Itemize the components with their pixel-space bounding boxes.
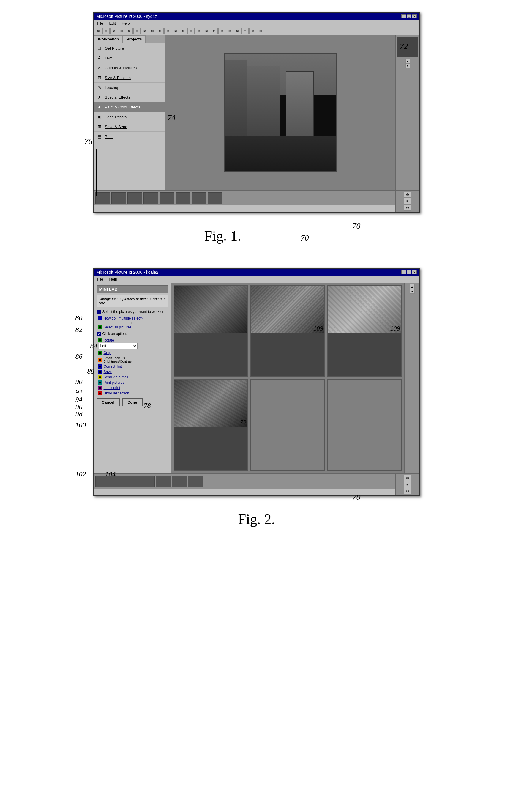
option-smart-task[interactable]: ◆ Smart Task FixBrightness/Contrast [96, 355, 169, 364]
toolbar-btn-19[interactable]: ⊠ [234, 28, 241, 34]
scroll-down-button[interactable]: ▼ [405, 63, 410, 68]
get-picture-icon: □ [96, 45, 102, 51]
sidebar-item-edge-effects[interactable]: ▣ Edge Effects [94, 112, 165, 122]
close-button[interactable]: ✕ [412, 14, 417, 19]
close-button-fig2[interactable]: ✕ [412, 270, 417, 274]
grid-area-fig2: 109 109 [172, 283, 404, 473]
option-crop[interactable]: ■ Crop [96, 350, 169, 355]
toolbar-btn-8[interactable]: ⊡ [149, 28, 156, 34]
scroll-up-button-fig2[interactable]: ▲ [410, 284, 415, 289]
vertical-scrollbar[interactable]: ▲ ▼ [405, 59, 410, 68]
option-multiple-select[interactable]: i How do I multiple select? [96, 316, 169, 321]
smart-task-label: Smart Task FixBrightness/Contrast [104, 356, 132, 363]
sidebar-item-paint-color[interactable]: ● Paint & Color Effects [94, 102, 165, 112]
toolbar-btn-21[interactable]: ⊞ [249, 28, 256, 34]
minimize-button[interactable]: _ [401, 14, 406, 19]
main-image-fig1 [224, 53, 337, 172]
scroll-down-button-fig2[interactable]: ▼ [410, 289, 415, 294]
tab-workbench[interactable]: Workbench [94, 35, 123, 43]
toolbar-btn-12[interactable]: ⊡ [180, 28, 187, 34]
toolbar-btn-9[interactable]: ⊞ [156, 28, 164, 34]
maximize-button-fig2[interactable]: □ [406, 270, 412, 274]
sidebar-item-print[interactable]: ▤ Print [94, 132, 165, 142]
filmstrip-thumb-3[interactable] [127, 192, 142, 204]
sidebar-item-size[interactable]: ⊡ Size & Position [94, 73, 165, 83]
option-send-email[interactable]: ■ Send via e-mail [96, 375, 169, 380]
toolbar-btn-18[interactable]: ⊟ [226, 28, 233, 34]
grid-thumb-4[interactable]: 72 [174, 379, 248, 471]
annotation-90: 90 [76, 378, 83, 386]
grid-thumb-3[interactable]: 109 [327, 285, 402, 377]
sidebar-item-save-send[interactable]: ⊞ Save & Send [94, 122, 165, 132]
option-rotate[interactable]: ■ Rotate [96, 338, 169, 343]
zoom-grid-button-fig2[interactable]: ⊞ [404, 481, 411, 488]
filmstrip-thumb-f2-3[interactable] [188, 475, 203, 488]
zoom-in-button-fig2[interactable]: ⊕ [404, 475, 411, 481]
menu-help-fig2[interactable]: Help [107, 277, 119, 282]
correct-tint-label: Correct Tint [104, 365, 122, 369]
toolbar-btn-13[interactable]: ⊞ [187, 28, 194, 34]
option-save[interactable]: ■ Save [96, 369, 169, 375]
touchup-icon: ✎ [96, 84, 102, 90]
step2: 2 Click an option: ■ Rotate Left Righ [96, 332, 169, 396]
toolbar-btn-1[interactable]: ⊞ [95, 28, 102, 34]
sidebar-item-touchup[interactable]: ✎ Touchup [94, 83, 165, 92]
zoom-in-button[interactable]: ⊕ [404, 192, 411, 198]
sidebar-item-text[interactable]: A Text [94, 53, 165, 63]
tab-projects[interactable]: Projects [123, 35, 146, 43]
toolbar-btn-2[interactable]: ⊟ [102, 28, 110, 34]
rotate-select[interactable]: Left Right [99, 343, 138, 349]
option-correct-tint[interactable]: ■ Correct Tint [96, 364, 169, 369]
menu-file-fig2[interactable]: File [95, 277, 105, 282]
step2-text: Click an option: [102, 332, 127, 336]
option-index-print[interactable]: ■ Index print [96, 385, 169, 390]
option-undo[interactable]: ↩ Undo last action [96, 390, 169, 396]
filmstrip-thumb-8[interactable] [208, 192, 222, 204]
toolbar-btn-5[interactable]: ⊞ [126, 28, 133, 34]
toolbar-btn-11[interactable]: ⊠ [172, 28, 179, 34]
cancel-button[interactable]: Cancel [96, 398, 120, 406]
menu-file[interactable]: File [95, 21, 105, 26]
save-send-icon: ⊞ [96, 124, 102, 129]
filmstrip-thumb-4[interactable] [144, 192, 158, 204]
option-print-pictures[interactable]: ■ Print pictures [96, 380, 169, 385]
zoom-grid-button[interactable]: ⊞ [404, 198, 411, 205]
toolbar-btn-7[interactable]: ⊠ [141, 28, 148, 34]
sidebar-item-special-effects[interactable]: ★ Special Effects [94, 92, 165, 102]
grid-thumb-1[interactable] [174, 285, 248, 377]
toolbar-btn-10[interactable]: ⊟ [164, 28, 172, 34]
vertical-scrollbar-fig2[interactable]: ▲ ▼ [410, 284, 414, 294]
toolbar-btn-17[interactable]: ⊞ [218, 28, 225, 34]
filmstrip-thumb-2[interactable] [111, 192, 126, 204]
filmstrip-wide-fig2[interactable] [95, 475, 155, 488]
toolbar-btn-20[interactable]: ⊡ [241, 28, 249, 34]
filmstrip-thumb-6[interactable] [176, 192, 190, 204]
toolbar-btn-14[interactable]: ⊟ [195, 28, 202, 34]
toolbar-btn-16[interactable]: ⊡ [211, 28, 218, 34]
filmstrip-thumb-1[interactable] [95, 192, 110, 204]
menu-help[interactable]: Help [120, 21, 131, 26]
toolbar-btn-15[interactable]: ⊠ [203, 28, 210, 34]
zoom-out-button[interactable]: ⊖ [404, 205, 411, 211]
minimize-button-fig2[interactable]: _ [401, 270, 406, 274]
step1-or: or [96, 321, 169, 324]
done-button[interactable]: Done [122, 398, 143, 406]
toolbar-btn-4[interactable]: ⊡ [118, 28, 125, 34]
sidebar-item-cutouts[interactable]: ✂ Cutouts & Pictures [94, 63, 165, 73]
menu-edit[interactable]: Edit [107, 21, 117, 26]
filmstrip-thumb-f2-2[interactable] [172, 475, 187, 488]
maximize-button[interactable]: □ [406, 14, 412, 19]
option-select-all[interactable]: ■ Select all pictures [96, 324, 169, 330]
grid-thumb-2[interactable]: 109 [250, 285, 325, 377]
scroll-up-button[interactable]: ▲ [405, 59, 410, 63]
filmstrip-thumb-7[interactable] [191, 192, 207, 204]
sidebar-item-get-picture[interactable]: □ Get Picture [94, 44, 165, 53]
filmstrip-thumb-f2-1[interactable] [156, 475, 171, 488]
toolbar-btn-6[interactable]: ⊟ [133, 28, 141, 34]
filmstrip-thumb-5[interactable] [159, 192, 174, 204]
sidebar-label-special-effects: Special Effects [105, 95, 130, 99]
toolbar-btn-22[interactable]: ⊟ [257, 28, 264, 34]
text-icon: A [96, 55, 102, 61]
toolbar-btn-3[interactable]: ⊠ [110, 28, 117, 34]
zoom-out-button-fig2[interactable]: ⊖ [404, 488, 411, 494]
